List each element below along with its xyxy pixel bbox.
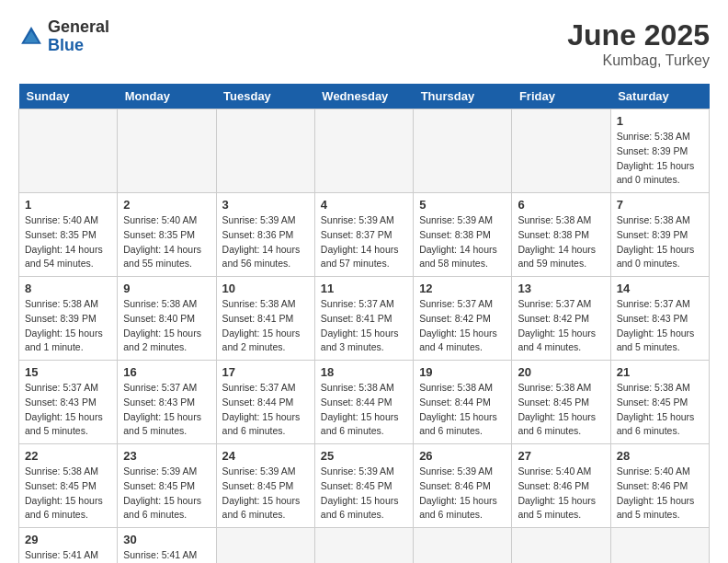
day-number: 30	[123, 533, 210, 546]
calendar-cell: 22Sunrise: 5:38 AMSunset: 8:45 PMDayligh…	[19, 444, 118, 528]
page-header: General Blue June 2025 Kumbag, Turkey	[18, 18, 710, 69]
calendar-cell	[19, 109, 118, 193]
day-number: 27	[518, 449, 604, 463]
logo-blue: Blue	[48, 37, 109, 55]
day-info: Sunrise: 5:38 AMSunset: 8:45 PMDaylight:…	[518, 381, 604, 439]
calendar-week-row: 8Sunrise: 5:38 AMSunset: 8:39 PMDaylight…	[19, 277, 710, 361]
calendar-cell: 15Sunrise: 5:37 AMSunset: 8:43 PMDayligh…	[19, 361, 118, 444]
weekday-header-row: SundayMondayTuesdayWednesdayThursdayFrid…	[19, 84, 710, 109]
day-number: 5	[419, 198, 506, 212]
day-number: 11	[321, 282, 407, 295]
day-info: Sunrise: 5:40 AMSunset: 8:46 PMDaylight:…	[617, 465, 703, 523]
day-number: 6	[518, 198, 604, 212]
calendar-cell: 11Sunrise: 5:37 AMSunset: 8:41 PMDayligh…	[314, 277, 413, 361]
logo: General Blue	[18, 18, 109, 55]
logo-icon	[18, 24, 44, 50]
day-info: Sunrise: 5:38 AMSunset: 8:44 PMDaylight:…	[419, 381, 506, 439]
calendar-cell	[314, 109, 413, 193]
calendar-cell: 27Sunrise: 5:40 AMSunset: 8:46 PMDayligh…	[512, 444, 610, 528]
weekday-header: Friday	[512, 84, 610, 109]
weekday-header: Tuesday	[216, 84, 314, 109]
calendar-cell: 12Sunrise: 5:37 AMSunset: 8:42 PMDayligh…	[414, 277, 512, 361]
day-info: Sunrise: 5:41 AMSunset: 8:46 PMDaylight:…	[25, 548, 111, 563]
calendar-cell: 1Sunrise: 5:40 AMSunset: 8:35 PMDaylight…	[19, 193, 118, 277]
day-info: Sunrise: 5:37 AMSunset: 8:42 PMDaylight:…	[419, 297, 506, 355]
day-number: 21	[617, 365, 703, 379]
day-number: 19	[419, 365, 506, 379]
calendar-cell	[512, 109, 610, 193]
day-info: Sunrise: 5:38 AMSunset: 8:38 PMDaylight:…	[518, 213, 604, 271]
calendar-cell: 4Sunrise: 5:39 AMSunset: 8:37 PMDaylight…	[314, 193, 413, 277]
calendar-cell	[314, 528, 413, 564]
calendar-cell: 5Sunrise: 5:39 AMSunset: 8:38 PMDaylight…	[414, 193, 512, 277]
day-info: Sunrise: 5:37 AMSunset: 8:43 PMDaylight:…	[25, 381, 111, 439]
calendar-cell: 20Sunrise: 5:38 AMSunset: 8:45 PMDayligh…	[512, 361, 610, 444]
calendar-cell: 7Sunrise: 5:38 AMSunset: 8:39 PMDaylight…	[610, 193, 709, 277]
day-info: Sunrise: 5:38 AMSunset: 8:41 PMDaylight:…	[222, 297, 309, 355]
calendar-week-row: 22Sunrise: 5:38 AMSunset: 8:45 PMDayligh…	[19, 444, 710, 528]
calendar-cell: 25Sunrise: 5:39 AMSunset: 8:45 PMDayligh…	[314, 444, 413, 528]
day-number: 17	[222, 365, 309, 379]
calendar-week-row: 15Sunrise: 5:37 AMSunset: 8:43 PMDayligh…	[19, 361, 710, 444]
day-number: 7	[617, 198, 703, 212]
day-number: 1	[617, 114, 703, 128]
day-info: Sunrise: 5:37 AMSunset: 8:41 PMDaylight:…	[321, 297, 407, 355]
day-number: 18	[321, 365, 407, 379]
day-info: Sunrise: 5:40 AMSunset: 8:35 PMDaylight:…	[123, 213, 210, 271]
day-info: Sunrise: 5:39 AMSunset: 8:45 PMDaylight:…	[123, 465, 210, 523]
calendar-cell	[512, 528, 610, 564]
calendar-cell	[414, 109, 512, 193]
day-number: 26	[419, 449, 506, 463]
calendar-cell: 13Sunrise: 5:37 AMSunset: 8:42 PMDayligh…	[512, 277, 610, 361]
calendar-cell: 2Sunrise: 5:40 AMSunset: 8:35 PMDaylight…	[118, 193, 216, 277]
day-info: Sunrise: 5:38 AMSunset: 8:45 PMDaylight:…	[25, 465, 111, 523]
calendar-cell: 30Sunrise: 5:41 AMSunset: 8:45 PMDayligh…	[118, 528, 216, 564]
day-info: Sunrise: 5:37 AMSunset: 8:43 PMDaylight:…	[123, 381, 210, 439]
calendar-cell	[216, 109, 314, 193]
weekday-header: Sunday	[19, 84, 118, 109]
day-info: Sunrise: 5:38 AMSunset: 8:39 PMDaylight:…	[25, 297, 111, 355]
calendar-cell: 26Sunrise: 5:39 AMSunset: 8:46 PMDayligh…	[414, 444, 512, 528]
calendar-cell: 17Sunrise: 5:37 AMSunset: 8:44 PMDayligh…	[216, 361, 314, 444]
day-number: 23	[123, 449, 210, 463]
day-info: Sunrise: 5:40 AMSunset: 8:35 PMDaylight:…	[25, 213, 111, 271]
calendar-cell	[118, 109, 216, 193]
calendar-week-row: 29Sunrise: 5:41 AMSunset: 8:46 PMDayligh…	[19, 528, 710, 564]
day-info: Sunrise: 5:38 AMSunset: 8:44 PMDaylight:…	[321, 381, 407, 439]
day-number: 10	[222, 282, 309, 295]
calendar-cell: 24Sunrise: 5:39 AMSunset: 8:45 PMDayligh…	[216, 444, 314, 528]
logo-text: General Blue	[48, 18, 109, 55]
day-info: Sunrise: 5:38 AMSunset: 8:39 PMDaylight:…	[617, 213, 703, 271]
calendar-cell: 1Sunrise: 5:38 AMSunset: 8:39 PMDaylight…	[610, 109, 709, 193]
calendar-cell: 18Sunrise: 5:38 AMSunset: 8:44 PMDayligh…	[314, 361, 413, 444]
calendar-cell: 28Sunrise: 5:40 AMSunset: 8:46 PMDayligh…	[610, 444, 709, 528]
day-number: 25	[321, 449, 407, 463]
day-number: 3	[222, 198, 309, 212]
day-number: 28	[617, 449, 703, 463]
subtitle: Kumbag, Turkey	[567, 52, 710, 69]
day-number: 13	[518, 282, 604, 295]
calendar-cell: 21Sunrise: 5:38 AMSunset: 8:45 PMDayligh…	[610, 361, 709, 444]
calendar-cell: 9Sunrise: 5:38 AMSunset: 8:40 PMDaylight…	[118, 277, 216, 361]
title-block: June 2025 Kumbag, Turkey	[567, 18, 710, 69]
calendar-cell: 29Sunrise: 5:41 AMSunset: 8:46 PMDayligh…	[19, 528, 118, 564]
calendar-cell: 3Sunrise: 5:39 AMSunset: 8:36 PMDaylight…	[216, 193, 314, 277]
calendar-cell	[216, 528, 314, 564]
calendar-cell: 16Sunrise: 5:37 AMSunset: 8:43 PMDayligh…	[118, 361, 216, 444]
calendar-table: SundayMondayTuesdayWednesdayThursdayFrid…	[18, 84, 710, 563]
day-info: Sunrise: 5:37 AMSunset: 8:44 PMDaylight:…	[222, 381, 309, 439]
day-info: Sunrise: 5:37 AMSunset: 8:43 PMDaylight:…	[617, 297, 703, 355]
weekday-header: Monday	[118, 84, 216, 109]
weekday-header: Wednesday	[314, 84, 413, 109]
main-title: June 2025	[567, 18, 710, 52]
calendar-cell	[610, 528, 709, 564]
day-number: 12	[419, 282, 506, 295]
day-info: Sunrise: 5:38 AMSunset: 8:40 PMDaylight:…	[123, 297, 210, 355]
calendar-cell: 8Sunrise: 5:38 AMSunset: 8:39 PMDaylight…	[19, 277, 118, 361]
day-info: Sunrise: 5:39 AMSunset: 8:45 PMDaylight:…	[222, 465, 309, 523]
weekday-header: Thursday	[414, 84, 512, 109]
calendar-cell: 14Sunrise: 5:37 AMSunset: 8:43 PMDayligh…	[610, 277, 709, 361]
day-number: 24	[222, 449, 309, 463]
day-number: 4	[321, 198, 407, 212]
calendar-cell	[414, 528, 512, 564]
